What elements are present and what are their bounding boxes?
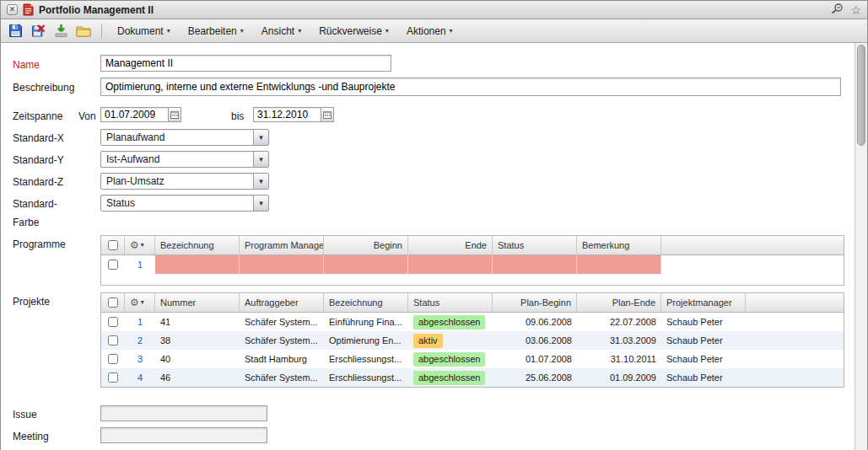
col-header-bemerkung[interactable]: Bemerkung xyxy=(577,236,661,254)
row-checkbox[interactable] xyxy=(108,317,118,327)
cell-status: abgeschlossen xyxy=(408,350,493,368)
dropdown-button[interactable]: ▾ xyxy=(253,174,268,189)
scrollbar-thumb[interactable] xyxy=(857,45,865,146)
projekte-label: Projekte xyxy=(13,296,50,308)
col-header-filler xyxy=(746,293,844,312)
col-header-auftraggeber[interactable]: Auftraggeber xyxy=(240,293,324,312)
select-all-cell xyxy=(101,236,125,254)
row-index-link[interactable]: 1 xyxy=(125,313,155,331)
col-header-plan-beginn[interactable]: Plan-Beginn xyxy=(493,293,577,312)
col-header-nummer[interactable]: Nummer xyxy=(155,293,240,312)
von-calendar-button[interactable] xyxy=(169,107,181,122)
row-select-cell xyxy=(101,331,125,350)
standard-x-select[interactable]: Planaufwand ▾ xyxy=(100,129,269,146)
row-index-link[interactable]: 1 xyxy=(125,255,155,274)
col-header-bezeichnung[interactable]: Bezeichnung xyxy=(155,236,240,254)
beschreibung-input[interactable] xyxy=(100,78,841,96)
chevron-down-icon: ▾ xyxy=(259,156,263,163)
standard-y-select[interactable]: Ist-Aufwand ▾ xyxy=(100,151,269,168)
row-checkbox[interactable] xyxy=(108,354,118,364)
selected-value: Plan-Umsatz xyxy=(101,175,253,187)
cell-bezeichnung: Erschliessungst... xyxy=(324,350,408,368)
name-input[interactable] xyxy=(100,55,391,72)
standard-x-label: Standard-X xyxy=(13,132,64,144)
bis-calendar-button[interactable] xyxy=(321,107,334,122)
empty-cell xyxy=(577,255,661,274)
vertical-scrollbar[interactable] xyxy=(855,43,867,450)
row-index-link[interactable]: 2 xyxy=(125,331,155,350)
cell-auftraggeber: Stadt Hamburg xyxy=(240,350,324,368)
menu-label: Aktionen xyxy=(407,25,446,37)
folder-icon[interactable] xyxy=(74,22,93,40)
dropdown-button[interactable]: ▾ xyxy=(253,130,268,145)
row-checkbox[interactable] xyxy=(108,260,118,270)
cell-nummer: 38 xyxy=(155,331,240,350)
menu-ansicht[interactable]: Ansicht▾ xyxy=(255,23,308,40)
chevron-down-icon: ▾ xyxy=(141,299,144,306)
cell-auftraggeber: Schäfer System... xyxy=(240,331,324,350)
row-index-link[interactable]: 4 xyxy=(125,368,155,387)
projekte-row[interactable]: 4 46 Schäfer System... Erschliessungst..… xyxy=(101,368,844,387)
standard-z-label: Standard-Z xyxy=(13,176,63,188)
cell-bezeichnung: Optimierung En... xyxy=(324,331,408,350)
standard-z-select[interactable]: Plan-Umsatz ▾ xyxy=(100,173,269,190)
col-header-bezeichnung[interactable]: Bezeichnung xyxy=(324,293,408,312)
programme-header-row: ⚙▾ Bezeichnung Programm Manager Beginn E… xyxy=(101,236,844,255)
menu-rueckverweise[interactable]: Rückverweise▾ xyxy=(312,23,396,40)
table-menu-cell[interactable]: ⚙▾ xyxy=(125,293,155,312)
issue-input[interactable] xyxy=(100,405,267,421)
meeting-label: Meeting xyxy=(13,431,49,442)
col-header-ende[interactable]: Ende xyxy=(408,236,493,254)
col-header-status[interactable]: Status xyxy=(493,236,577,254)
select-all-checkbox[interactable] xyxy=(108,297,118,308)
meeting-input[interactable] xyxy=(100,427,267,443)
col-header-beginn[interactable]: Beginn xyxy=(324,236,408,254)
programme-row[interactable]: 1 xyxy=(101,255,844,274)
select-all-checkbox[interactable] xyxy=(108,240,118,250)
projekte-row[interactable]: 2 38 Schäfer System... Optimierung En...… xyxy=(101,331,844,350)
empty-filler-cell xyxy=(661,255,844,274)
col-header-programm-manager[interactable]: Programm Manager xyxy=(240,236,324,254)
cell-filler xyxy=(746,331,844,350)
row-checkbox[interactable] xyxy=(108,335,118,346)
bis-date-input[interactable] xyxy=(253,107,321,122)
col-header-status[interactable]: Status xyxy=(408,293,493,312)
import-button[interactable] xyxy=(51,22,70,40)
calendar-icon xyxy=(323,110,332,119)
menu-aktionen[interactable]: Aktionen▾ xyxy=(400,23,460,40)
select-all-cell xyxy=(101,293,125,312)
save-button[interactable] xyxy=(6,22,24,40)
dropdown-button[interactable]: ▾ xyxy=(253,152,268,167)
issue-label: Issue xyxy=(13,409,37,421)
dropdown-button[interactable]: ▾ xyxy=(253,196,268,211)
cell-plan-ende: 31.10.2011 xyxy=(577,350,661,368)
status-badge: abgeschlossen xyxy=(413,352,485,367)
menu-label: Bearbeiten xyxy=(188,25,237,37)
window-title: Portfolio Management II xyxy=(39,4,154,16)
cell-nummer: 46 xyxy=(155,368,240,387)
save-cancel-button[interactable] xyxy=(29,22,47,40)
menu-bearbeiten[interactable]: Bearbeiten▾ xyxy=(181,23,251,40)
cell-auftraggeber: Schäfer System... xyxy=(240,368,324,387)
magnifier-icon[interactable] xyxy=(831,3,844,17)
chevron-down-icon: ▾ xyxy=(141,242,144,249)
projekte-row[interactable]: 1 41 Schäfer System... Einführung Fina..… xyxy=(101,313,844,331)
row-select-cell xyxy=(101,368,125,387)
row-checkbox[interactable] xyxy=(108,372,118,383)
close-icon: ✕ xyxy=(9,5,16,13)
table-menu-cell[interactable]: ⚙▾ xyxy=(125,236,155,254)
col-header-projektmanager[interactable]: Projektmanager xyxy=(661,293,746,312)
projekte-row[interactable]: 3 40 Stadt Hamburg Erschliessungst... ab… xyxy=(101,350,844,368)
app-window: ✕ Portfolio Management II ☆ Dokument▾ Be… xyxy=(0,0,868,450)
chevron-down-icon: ▾ xyxy=(450,28,453,35)
close-button[interactable]: ✕ xyxy=(7,4,18,15)
table-filler xyxy=(101,274,844,285)
favorite-star-icon[interactable]: ☆ xyxy=(850,4,861,16)
row-index-link[interactable]: 3 xyxy=(125,350,155,368)
form-content: Name Beschreibung Zeitspanne Von bis Sta… xyxy=(1,43,867,450)
bis-label: bis xyxy=(231,110,244,122)
standard-farbe-select[interactable]: Status ▾ xyxy=(100,195,269,212)
col-header-plan-ende[interactable]: Plan-Ende xyxy=(577,293,661,312)
von-date-input[interactable] xyxy=(100,107,169,122)
menu-dokument[interactable]: Dokument▾ xyxy=(111,23,177,40)
